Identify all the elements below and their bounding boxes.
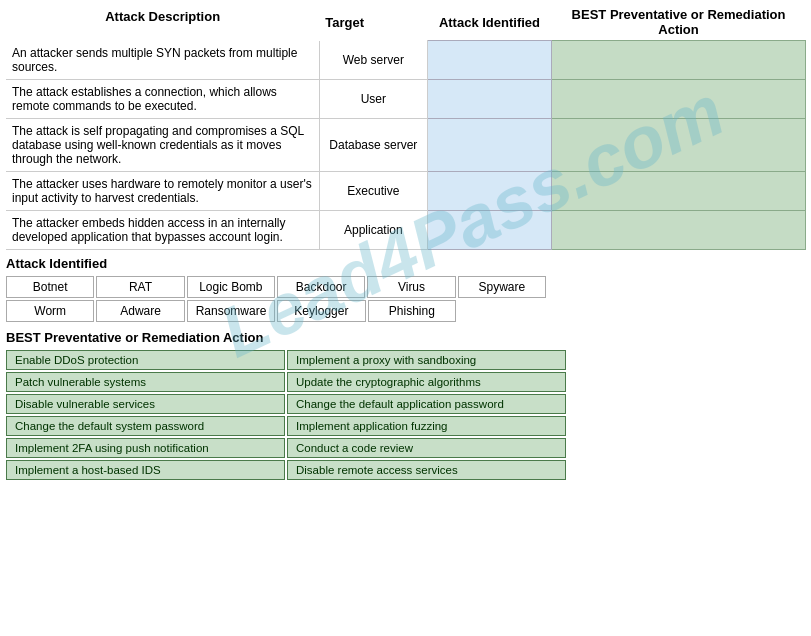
best-action-right[interactable]: Disable remote access services bbox=[287, 460, 566, 480]
best-action-right[interactable]: Update the cryptographic algorithms bbox=[287, 372, 566, 392]
desc-cell: The attack is self propagating and compr… bbox=[6, 118, 319, 171]
best-action-left[interactable]: Implement a host-based IDS bbox=[6, 460, 285, 480]
desc-cell: The attacker embeds hidden access in an … bbox=[6, 210, 319, 249]
desc-cell: An attacker sends multiple SYN packets f… bbox=[6, 41, 319, 80]
best-action-right[interactable]: Implement application fuzzing bbox=[287, 416, 566, 436]
attack-input-cell[interactable] bbox=[427, 118, 551, 171]
attack-identified-section: Attack Identified BotnetRATLogic BombBac… bbox=[6, 256, 805, 322]
best-action-left[interactable]: Disable vulnerable services bbox=[6, 394, 285, 414]
target-cell: User bbox=[319, 79, 427, 118]
header-row: Attack Description Target Attack Identif… bbox=[6, 4, 806, 41]
attack-input-cell[interactable] bbox=[427, 171, 551, 210]
attack-input-cell[interactable] bbox=[427, 210, 551, 249]
target-cell: Database server bbox=[319, 118, 427, 171]
attack-tag: Worm bbox=[6, 300, 94, 322]
action-input-cell[interactable] bbox=[552, 171, 806, 210]
best-action-left[interactable]: Change the default system password bbox=[6, 416, 285, 436]
attack-tag: Botnet bbox=[6, 276, 94, 298]
attack-tag: Backdoor bbox=[277, 276, 365, 298]
attack-identified-title: Attack Identified bbox=[6, 256, 805, 271]
desc-cell: The attacker uses hardware to remotely m… bbox=[6, 171, 319, 210]
attack-tag: Spyware bbox=[458, 276, 546, 298]
attack-input-cell[interactable] bbox=[427, 41, 551, 80]
table-row: The attacker embeds hidden access in an … bbox=[6, 210, 806, 249]
best-action-right[interactable]: Conduct a code review bbox=[287, 438, 566, 458]
best-section-title: BEST Preventative or Remediation Action bbox=[6, 330, 805, 345]
attack-tag: Adware bbox=[96, 300, 184, 322]
col2-header: Target bbox=[319, 4, 427, 41]
best-action-left[interactable]: Implement 2FA using push notification bbox=[6, 438, 285, 458]
best-action-right[interactable]: Change the default application password bbox=[287, 394, 566, 414]
attack-tag: Keylogger bbox=[277, 300, 365, 322]
attack-tag: Phishing bbox=[368, 300, 456, 322]
attack-tags-row1: BotnetRATLogic BombBackdoorVirusSpyware bbox=[6, 276, 546, 298]
best-action-left[interactable]: Enable DDoS protection bbox=[6, 350, 285, 370]
col4-header: BEST Preventative or Remediation Action bbox=[552, 4, 806, 41]
best-action-right[interactable]: Implement a proxy with sandboxing bbox=[287, 350, 566, 370]
best-actions-grid: Enable DDoS protectionImplement a proxy … bbox=[6, 350, 566, 480]
target-cell: Web server bbox=[319, 41, 427, 80]
best-action-left[interactable]: Patch vulnerable systems bbox=[6, 372, 285, 392]
table-row: An attacker sends multiple SYN packets f… bbox=[6, 41, 806, 80]
desc-cell: The attack establishes a connection, whi… bbox=[6, 79, 319, 118]
attack-tag: Virus bbox=[367, 276, 455, 298]
attack-tag: RAT bbox=[96, 276, 184, 298]
table-row: The attack is self propagating and compr… bbox=[6, 118, 806, 171]
attack-tag: Ransomware bbox=[187, 300, 275, 322]
best-section: BEST Preventative or Remediation Action … bbox=[6, 330, 805, 480]
target-cell: Executive bbox=[319, 171, 427, 210]
attack-tags-row2: WormAdwareRansomwareKeyloggerPhishing bbox=[6, 300, 456, 322]
action-input-cell[interactable] bbox=[552, 210, 806, 249]
table-row: The attacker uses hardware to remotely m… bbox=[6, 171, 806, 210]
action-input-cell[interactable] bbox=[552, 79, 806, 118]
col1-header: Attack Description bbox=[6, 4, 319, 41]
action-input-cell[interactable] bbox=[552, 118, 806, 171]
main-table: Attack Description Target Attack Identif… bbox=[6, 4, 806, 250]
table-row: The attack establishes a connection, whi… bbox=[6, 79, 806, 118]
action-input-cell[interactable] bbox=[552, 41, 806, 80]
col3-header: Attack Identified bbox=[427, 4, 551, 41]
attack-tag: Logic Bomb bbox=[187, 276, 275, 298]
target-cell: Application bbox=[319, 210, 427, 249]
attack-input-cell[interactable] bbox=[427, 79, 551, 118]
